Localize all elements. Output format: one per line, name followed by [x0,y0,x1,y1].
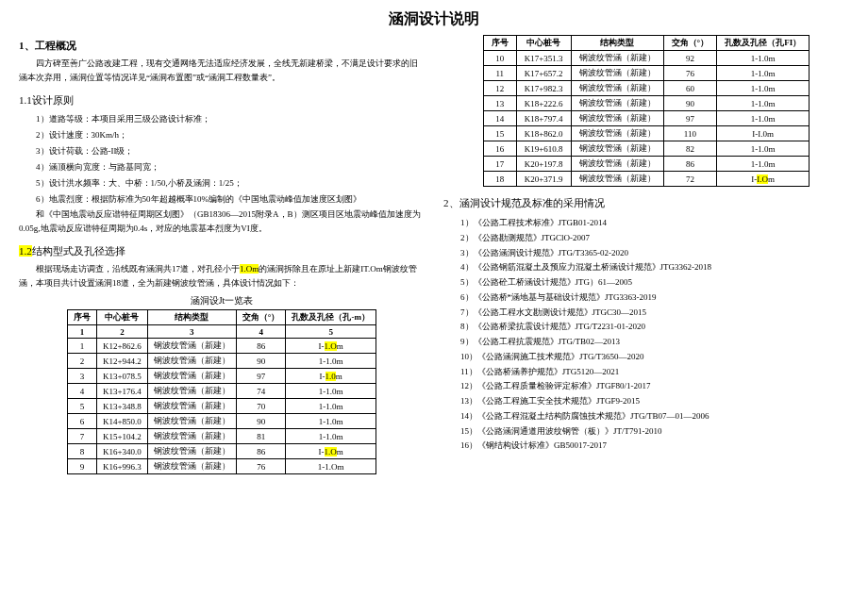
table1-header-row: 序号 中心桩号 结构类型 交角（°） 孔数及孔径（孔-m） [68,310,376,325]
table-cell: 钢波纹管涵（新建） [147,369,236,384]
list-item: 6）地震烈度：根据防标准为50年超越概率10%编制的《中国地震动峰值加速度区划图… [19,191,425,207]
table-cell: 2 [68,354,97,369]
table-row: 2K12+944.2钢波纹管涵（新建）901-1.0m [68,354,376,369]
table-row: 9K16+996.3钢波纹管涵（新建）761-1.Om [68,459,376,474]
table-row: 14K18+797.4钢波纹管涵（新建）971-1.0m [483,111,809,126]
table-cell: 钢波纹管涵（新建） [571,111,663,126]
table-cell: 90 [236,414,286,429]
table-cell: 86 [236,339,286,354]
table-cell: 81 [236,429,286,444]
table-cell: 86 [236,444,286,459]
list-item: 13）《公路工程施工安全技术规范》JTGF9-2015 [443,394,849,409]
table-row: 3K13+078.5钢波纹管涵（新建）97I-1.0m [68,369,376,384]
table-cell: K15+104.2 [97,429,148,444]
table-cell: 钢波纹管涵（新建） [571,51,663,66]
table-cell: 82 [663,141,717,157]
table-cell: 11 [483,66,516,81]
table-cell: K14+850.0 [97,414,148,429]
list-item: 10）《公路涵洞施工技术规范》JTG/T3650—2020 [443,350,849,365]
table-row: 15K18+862.0钢波纹管涵（新建）110I-I.0m [483,126,809,141]
page-title: 涵洞设计说明 [19,9,849,29]
table-cell: 72 [663,172,717,187]
list-item: 7）《公路工程水文勘测设计规范》JTGC30—2015 [443,306,849,321]
table-cell: K17+351.3 [516,51,571,66]
table-cell: 3 [68,369,97,384]
table-cell: 钢波纹管涵（新建） [571,157,663,172]
table2-h4: 孔数及孔径（孔FI） [717,36,810,51]
table-cell: I-1.0m [286,369,376,384]
section-1-1-heading: 1.1设计原则 [19,93,425,108]
table-cell: K17+657.2 [516,66,571,81]
table-cell: 1-1.0m [717,96,810,111]
table-cell: 5 [68,399,97,414]
table-cell: 1-1.0m [717,141,810,157]
table-cell: K16+996.3 [97,459,148,474]
table-cell: 钢波纹管涵（新建） [571,141,663,157]
section-1-1-paragraph: 和《中国地震动反应谱特征周期区划图》（GB18306—2015附录A，B）测区项… [19,207,425,237]
table-cell: 86 [663,157,717,172]
table-cell: 92 [663,51,717,66]
table-cell: I-I.0m [717,126,810,141]
table-cell: 1-1.0m [286,384,376,399]
list-item: 11）《公路桥涵养护规范》JTG5120—2021 [443,365,849,380]
table-row: 16K19+610.8钢波纹管涵（新建）821-1.0m [483,141,809,157]
list-item: 3）设计荷载：公路-II级； [19,143,425,159]
section-1-2-prefix: 1.2 [19,245,32,257]
section-1-2-title: 结构型式及孔径选择 [32,245,125,257]
table-cell: 13 [483,96,516,111]
table-cell: 1-1.0m [286,429,376,444]
table-cell: 1-1.0m [717,51,810,66]
right-column: 序号 中心桩号 结构类型 交角（°） 孔数及孔径（孔FI） 10K17+351.… [443,35,849,474]
list-item: 16）《钢结构设计标准》GB50017-2017 [443,439,849,454]
table-cell: 钢波纹管涵（新建） [571,66,663,81]
table-cell: 60 [663,81,717,96]
table-cell: K16+340.0 [97,444,148,459]
table-row: 18K20+371.9钢波纹管涵（新建）72I-I.Om [483,172,809,187]
table2-h3: 交角（°） [663,36,717,51]
table-cell: I-I.Om [717,172,810,187]
table-cell: 97 [236,369,286,384]
table2-h0: 序号 [483,36,516,51]
section-1-heading: 1、工程概况 [19,39,425,53]
table-cell: 钢波纹管涵（新建） [571,81,663,96]
table-cell: 钢波纹管涵（新建） [147,339,236,354]
table-cell: K17+982.3 [516,81,571,96]
table1-h2: 结构类型 [147,310,236,325]
section-2-heading: 2、涵洞设计规范及标准的采用情况 [443,196,849,210]
table1-h4: 孔数及孔径（孔-m） [286,310,376,325]
table-cell: K18+862.0 [516,126,571,141]
list-item: 4）涵顶横向宽度：与路基同宽； [19,159,425,175]
table1-sh3: 4 [236,325,286,339]
table-cell: 钢波纹管涵（新建） [571,126,663,141]
table-cell: 97 [663,111,717,126]
left-column: 1、工程概况 四方碑至善广公路改建工程，现有交通网络无法适应经济发展，全线无新建… [19,35,425,474]
table-row: 7K15+104.2钢波纹管涵（新建）811-1.0m [68,429,376,444]
table-cell: K20+197.8 [516,157,571,172]
section-1-2-heading: 1.2结构型式及孔径选择 [19,244,425,258]
table-row: 12K17+982.3钢波纹管涵（新建）601-1.0m [483,81,809,96]
table-cell: K20+371.9 [516,172,571,187]
list-item: 4）《公路钢筋混凝土及预应力混凝土桥涵设计规范》JTG3362-2018 [443,260,849,275]
table-row: 13K18+222.6钢波纹管涵（新建）901-1.0m [483,96,809,111]
list-item: 5）设计洪水频率：大、中桥：1/50,小桥及涵洞：1/25； [19,175,425,191]
table-cell: 钢波纹管涵（新建） [147,459,236,474]
section-1-paragraph: 四方碑至善广公路改建工程，现有交通网络无法适应经济发展，全线无新建桥梁，不满足设… [19,57,425,86]
list-item: 15）《公路涵洞通道用波纹钢管（板）》JT/T791-2010 [443,424,849,440]
table-cell: 钢波纹管涵（新建） [571,96,663,111]
table-cell: I-1.Om [286,339,376,354]
table-cell: 76 [236,459,286,474]
table-cell: 钢波纹管涵（新建） [147,444,236,459]
table-row: 10K17+351.3钢波纹管涵（新建）921-1.0m [483,51,809,66]
table1-h3: 交角（°） [236,310,286,325]
table-row: 1K12+862.6钢波纹管涵（新建）86I-1.Om [68,339,376,354]
table-cell: 12 [483,81,516,96]
table1-sh2: 3 [147,325,236,339]
list-item: 8）《公路桥梁抗震设计规范》JTG/T2231-01-2020 [443,320,849,335]
table-cell: 74 [236,384,286,399]
table1-subheader-row: 1 2 3 4 5 [68,325,376,339]
table2: 序号 中心桩号 结构类型 交角（°） 孔数及孔径（孔FI） 10K17+351.… [483,35,810,187]
table-cell: I-1.Om [286,444,376,459]
section-1-2-paragraph: 根据现场走访调查，沿线既有涵洞共17道，对孔径小于1.Om的涵洞拆除且在原址上新… [19,262,425,291]
table-cell: 70 [236,399,286,414]
table-cell: 1-1.0m [286,414,376,429]
